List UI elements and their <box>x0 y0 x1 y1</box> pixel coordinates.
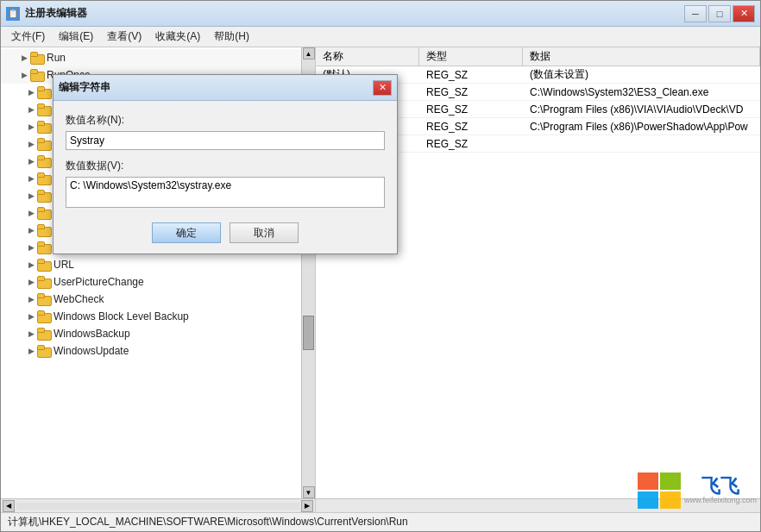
dialog-title-bar: 编辑字符串 ✕ <box>53 75 397 101</box>
dialog-buttons: 确定 取消 <box>66 222 385 243</box>
cancel-button[interactable]: 取消 <box>230 222 299 243</box>
edit-string-dialog: 编辑字符串 ✕ 数值名称(N): 数值数据(V): C: \Windows\Sy… <box>53 74 398 254</box>
value-name-input[interactable] <box>66 131 385 150</box>
value-data-textarea[interactable]: C: \Windows\System32\systray.exe <box>66 177 385 208</box>
main-window: 📋 注册表编辑器 ─ □ ✕ 文件(F) 编辑(E) 查看(V) 收藏夹(A) … <box>0 0 761 532</box>
dialog-overlay: 编辑字符串 ✕ 数值名称(N): 数值数据(V): C: \Windows\Sy… <box>1 1 760 531</box>
ok-button[interactable]: 确定 <box>152 222 221 243</box>
dialog-close-button[interactable]: ✕ <box>373 80 392 96</box>
dialog-body: 数值名称(N): 数值数据(V): C: \Windows\System32\s… <box>53 101 397 253</box>
value-name-label: 数值名称(N): <box>66 113 385 128</box>
value-data-label: 数值数据(V): <box>66 159 385 173</box>
dialog-title-text: 编辑字符串 <box>59 80 110 95</box>
